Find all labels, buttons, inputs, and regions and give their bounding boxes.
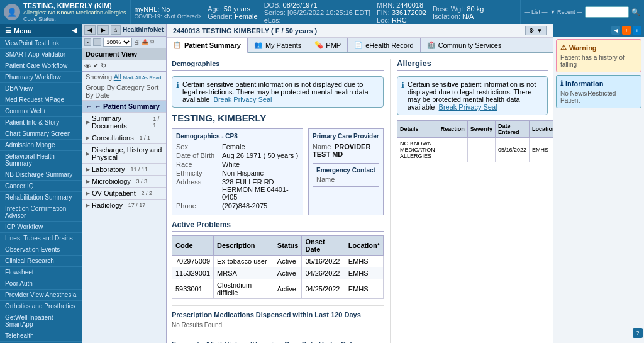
- refresh-icon[interactable]: ↻: [101, 62, 106, 70]
- ov-outpatient-arrow: ▶: [86, 190, 90, 196]
- right-panel-btn-3[interactable]: i: [633, 26, 641, 35]
- sidebar-item-nb-discharge[interactable]: NB Discharge Summary: [0, 169, 82, 181]
- allergies-info-icon: ℹ: [401, 81, 404, 111]
- search-icon[interactable]: 🔍: [631, 8, 640, 16]
- sidebar-item-provider-view-anesthesia[interactable]: Provider View Anesthesia: [0, 290, 82, 301]
- col-code: Code: [172, 236, 214, 256]
- pcp-name-label: Name: [313, 143, 331, 150]
- patient-summary-icon: ←: [86, 103, 92, 110]
- tab-ehealth-record[interactable]: 📄 eHealth Record: [348, 38, 420, 52]
- phone-label: Phone: [176, 202, 220, 210]
- table-row: 702975009 Ex-tobacco user Active 05/16/2…: [172, 256, 384, 267]
- sidebar-item-orthotics[interactable]: Orthotics and Prosthetics: [0, 301, 82, 312]
- right-panel-btn-2[interactable]: !: [622, 26, 631, 35]
- sidebar-item-poor-auth[interactable]: Poor Auth: [0, 278, 82, 290]
- pcp-section-title: Primary Care Provider: [313, 133, 379, 140]
- tab-pmp[interactable]: 💊 PMP: [308, 38, 348, 52]
- active-problems-section: Active Problems Code Description Status …: [172, 220, 384, 299]
- sidebar-item-telehealth[interactable]: Telehealth: [0, 330, 82, 342]
- sex-label: Sex: [176, 143, 220, 150]
- dob-value: Aug 26 1971 ( 50 years ): [222, 152, 298, 159]
- sidebar-item-getwell-inpatient[interactable]: GetWell Inpatient SmartApp: [0, 312, 82, 330]
- zoom-out-button[interactable]: -: [84, 38, 91, 46]
- warning-icon: ⚠: [560, 43, 567, 52]
- right-bottom-icon-1[interactable]: ?: [633, 328, 643, 338]
- laboratory-arrow: ▶: [86, 166, 90, 172]
- nav-item-discharge[interactable]: ▶ Discharge, History and Physical: [82, 144, 166, 164]
- search-input[interactable]: [585, 6, 629, 18]
- patient-allergies: Allergies: No Known Medication Allergies: [23, 9, 126, 16]
- sidebar-item-smart-app[interactable]: SMART App Validator: [0, 49, 82, 60]
- demo-cp8-title: Demographics - CP8: [176, 133, 299, 140]
- sidebar-item-lines-tubes[interactable]: Lines, Tubes and Drains: [0, 233, 82, 244]
- sidebar-item-infection[interactable]: Infection Confirmation Advisor: [0, 203, 82, 222]
- active-problems-title: Active Problems: [172, 220, 384, 232]
- nav-item-summary-docs[interactable]: ▶ Summary Documents 1 / 1: [82, 113, 166, 132]
- allergies-section-title: Allergies: [397, 59, 548, 71]
- collapse-icon: ◀: [72, 26, 77, 35]
- show-all-link[interactable]: All: [114, 73, 121, 81]
- address-value: 328 FULLER RD HERMON ME 04401-0405: [222, 178, 299, 201]
- prescriptions-title: Prescription Medications Dispensed withi…: [172, 311, 384, 318]
- sidebar-item-rehab[interactable]: Rehabilitation Summary: [0, 192, 82, 203]
- sidebar-item-patient-care[interactable]: Patient Care Workflow: [0, 60, 82, 72]
- nav-group-by-bar: Group By Category Sort By Date: [82, 82, 166, 101]
- microbiology-arrow: ▶: [86, 178, 90, 184]
- right-alerts-panel: ◀ ! i ⚠ Warning Patient has a history of…: [553, 24, 644, 343]
- mark-read-icon[interactable]: ✔: [93, 62, 99, 70]
- nav-showing-bar: Showing All Mark All As Read: [82, 72, 166, 82]
- sidebar-item-icp[interactable]: ICP Workflow: [0, 222, 82, 233]
- sidebar-menu-header[interactable]: ☰ Menu ◀: [0, 24, 82, 38]
- active-problems-table: Code Description Status Onset Date Locat…: [172, 235, 384, 299]
- sidebar-item-chart-summary[interactable]: Chart Summary Screen: [0, 128, 82, 140]
- sidebar-item-pharmacy[interactable]: Pharmacy Workflow: [0, 72, 82, 83]
- nav-item-laboratory[interactable]: ▶ Laboratory 11 / 11: [82, 164, 166, 176]
- sidebar-item-med-request[interactable]: Med Request MPage: [0, 94, 82, 106]
- table-row: NO KNOWN MEDICATION ALLERGIES 05/16/2022…: [397, 138, 553, 162]
- sidebar-item-admission[interactable]: Admission Mpage: [0, 140, 82, 151]
- col-onset-date: Onset Date: [302, 236, 345, 256]
- sidebar-item-flowsheet[interactable]: Flowsheet: [0, 267, 82, 278]
- break-privacy-seal-link[interactable]: Break Privacy Seal: [214, 96, 272, 103]
- ethnicity-value: Non-Hispanic: [222, 169, 264, 177]
- settings-button[interactable]: ⚙ ▼: [525, 26, 547, 35]
- zoom-in-button[interactable]: +: [93, 38, 101, 46]
- nav-item-radiology[interactable]: ▶ Radiology 17 / 17: [82, 200, 166, 211]
- main-content-area: 2440018 TESTING KIMBERLY ( F / 50 years …: [167, 24, 553, 343]
- tab-community-services[interactable]: 🏥 Community Services: [421, 38, 509, 52]
- patient-avatar: 👤: [4, 4, 20, 20]
- eye-icon: 👁: [84, 62, 91, 70]
- right-panel-btn-1[interactable]: ◀: [611, 26, 620, 35]
- allergies-break-privacy-link[interactable]: Break Privacy Seal: [439, 103, 497, 111]
- nav-item-ov-outpatient[interactable]: ▶ OV Outpatient 2 / 2: [82, 188, 166, 200]
- info-card-body: No News/Restricted Patient: [560, 90, 637, 104]
- nav-back-button[interactable]: ◀: [84, 25, 96, 35]
- phone-value: (207)848-2075: [222, 202, 267, 210]
- sidebar-item-clinical-research[interactable]: Clinical Research: [0, 256, 82, 267]
- header-mrn-fin: MRN: 2440018 FIN: 336172002 Loc: RRC: [377, 1, 426, 24]
- zoom-select[interactable]: 100%: [103, 38, 132, 47]
- nav-home-button[interactable]: ⌂: [111, 25, 121, 35]
- sidebar-item-behavioral[interactable]: Behavioral Health Summary: [0, 151, 82, 169]
- sidebar-item-viewpoint[interactable]: ViewPoint Test Link: [0, 38, 82, 49]
- sidebar-item-cancer-iq[interactable]: Cancer IQ: [0, 181, 82, 192]
- sidebar-item-patient-info[interactable]: Patient Info & Story: [0, 117, 82, 128]
- pcp-box: Primary Care Provider Name PROVIDER TEST…: [308, 128, 384, 215]
- tab-my-patients[interactable]: 👥 My Patients: [248, 38, 308, 52]
- tab-patient-summary[interactable]: 📋 Patient Summary: [167, 38, 248, 53]
- emergency-title: Emergency Contact: [316, 167, 375, 174]
- header-dose-isolation: Dose Wgt: 80 kg Isolation: N/A: [433, 5, 484, 20]
- warning-body: Patient has a history of falling: [560, 54, 637, 68]
- info-card: ℹ Information No News/Restricted Patient: [556, 75, 641, 108]
- sidebar-item-commonwell[interactable]: CommonWell+: [0, 106, 82, 117]
- sidebar-item-dba[interactable]: DBA View: [0, 83, 82, 94]
- nav-item-microbiology[interactable]: ▶ Microbiology 3 / 3: [82, 176, 166, 188]
- nav-item-consultations[interactable]: ▶ Consultations 1 / 1: [82, 132, 166, 144]
- info-icon: ℹ: [176, 81, 179, 103]
- nav-forward-button[interactable]: ▶: [97, 25, 109, 35]
- nav-item-patient-summary[interactable]: ← ← Patient Summary: [82, 101, 166, 113]
- header-right-controls: — List — ▼ Recent — 🔍: [520, 0, 644, 24]
- mark-all-read-link[interactable]: Mark All As Read: [123, 75, 161, 81]
- tab-ehealth-icon: 📄: [354, 41, 363, 49]
- sidebar-item-observation[interactable]: Observation Events: [0, 244, 82, 256]
